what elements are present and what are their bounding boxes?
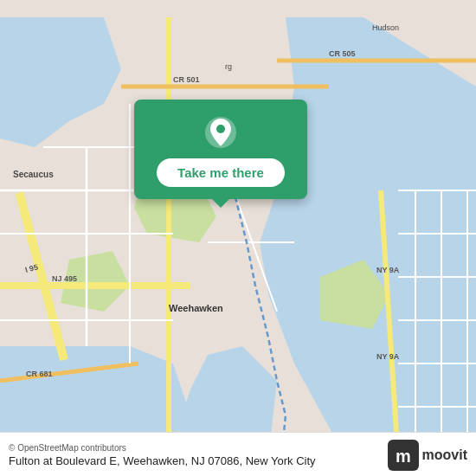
svg-text:CR 501: CR 501: [173, 75, 200, 84]
moovit-logo-text: moovit: [422, 447, 467, 463]
svg-text:rg: rg: [225, 62, 232, 71]
osm-credit: © OpenStreetMap contributors: [9, 443, 316, 453]
map-container: I 95 NJ 495 CR 501 CR 505 NY 9A NY 9A CR…: [0, 0, 476, 476]
take-me-there-button[interactable]: Take me there: [157, 158, 285, 187]
svg-text:Secaucus: Secaucus: [13, 170, 54, 179]
map-background: I 95 NJ 495 CR 501 CR 505 NY 9A NY 9A CR…: [0, 0, 476, 476]
svg-text:NY 9A: NY 9A: [376, 266, 400, 274]
bottom-left: © OpenStreetMap contributors Fulton at B…: [9, 443, 316, 467]
location-pin-icon: [203, 115, 238, 150]
svg-text:NY 9A: NY 9A: [376, 352, 400, 361]
moovit-logo-icon: m: [388, 440, 419, 471]
svg-text:Hudson: Hudson: [372, 23, 399, 32]
svg-text:NJ 495: NJ 495: [52, 274, 77, 283]
svg-text:CR 681: CR 681: [26, 370, 53, 378]
location-popup: Take me there: [134, 100, 307, 199]
moovit-logo: m moovit: [388, 440, 467, 471]
address-text: Fulton at Boulevard E, Weehawken, NJ 070…: [9, 454, 316, 467]
svg-text:CR 505: CR 505: [329, 49, 356, 58]
svg-point-44: [216, 125, 225, 133]
svg-text:m: m: [396, 447, 411, 466]
bottom-bar: © OpenStreetMap contributors Fulton at B…: [0, 432, 476, 476]
svg-text:Weehawken: Weehawken: [169, 303, 223, 313]
